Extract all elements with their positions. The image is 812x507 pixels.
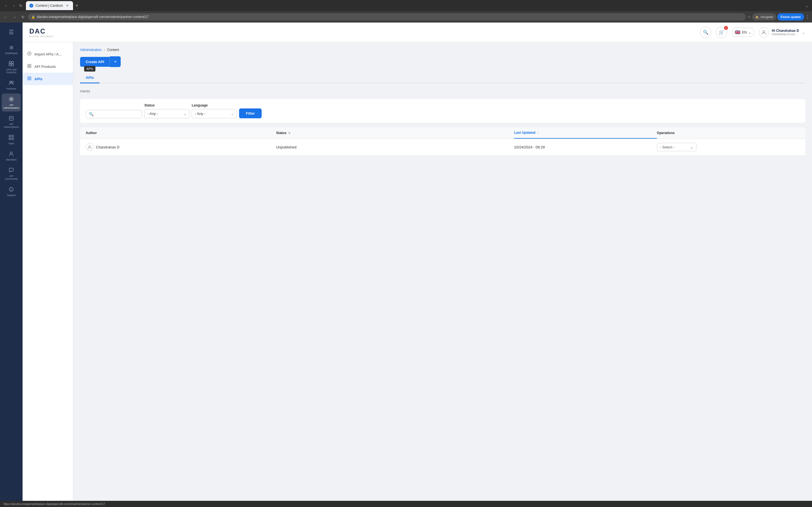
- secondary-nav-item-apis[interactable]: APIs: [22, 73, 73, 85]
- user-name: Hi Chandrahas D: [772, 29, 799, 33]
- svg-rect-7: [9, 116, 13, 120]
- status-select-text: - Any -: [147, 112, 181, 116]
- search-box-icon: 🔍: [89, 112, 94, 116]
- status-select[interactable]: - Any - ⌄: [144, 109, 190, 118]
- svg-point-6: [10, 98, 12, 100]
- language-chevron-icon: ⌄: [231, 112, 234, 116]
- svg-point-14: [763, 31, 765, 33]
- tab-bar: C Content | Cardium ✕ + ⌄: [26, 1, 809, 10]
- sidebar-item-members[interactable]: Members: [2, 148, 21, 163]
- status-filter-label: Status: [144, 103, 190, 107]
- sidebar-label-api-community: API Community: [3, 175, 20, 180]
- api-subscriptions-icon: [8, 115, 15, 122]
- browser-tab[interactable]: C Content | Cardium ✕: [26, 1, 73, 10]
- tab-apis[interactable]: APIs: [80, 73, 100, 83]
- main-panel: Administration › Content Create API + AP: [73, 42, 812, 507]
- addr-refresh-button[interactable]: ↻: [20, 14, 26, 20]
- addr-right-icons: ☆ 🕵 Incognito Finish update ⋮: [748, 13, 810, 20]
- sub-tabs-row: ments: [80, 89, 805, 93]
- create-api-row: Create API +: [80, 56, 805, 67]
- back-button[interactable]: ←: [3, 3, 9, 8]
- sidebar-item-apis-products[interactable]: APIs and Products: [2, 58, 21, 76]
- more-options-button[interactable]: ⋮: [805, 14, 810, 20]
- address-bar-row: ← → ↻ 🔒 dacdev.oneapimarketplace.digital…: [0, 11, 812, 22]
- incognito-button[interactable]: 🕵 Incognito: [752, 13, 776, 20]
- user-info[interactable]: Hi Chandrahas D chandrahas.d+con... ⌄: [759, 27, 805, 38]
- filter-group-status: Status - Any - ⌄: [144, 103, 190, 118]
- addr-back-button[interactable]: ←: [2, 14, 9, 20]
- sidebar-label-apis-products: APIs and Products: [3, 68, 20, 74]
- search-box[interactable]: 🔍: [86, 110, 142, 118]
- sidebar-item-api-community[interactable]: API Community: [2, 165, 21, 182]
- filter-section: 🔍 Status - Any - ⌄: [80, 99, 805, 123]
- sidebar-label-support: Support: [7, 194, 16, 196]
- sidebar-item-dashboard[interactable]: ⊞ Dashboard: [2, 42, 21, 57]
- new-tab-button[interactable]: +: [73, 3, 81, 9]
- logo: DAC DIGITAL APICRAFT: [29, 27, 54, 38]
- language-select[interactable]: - Any - ⌄: [192, 109, 237, 118]
- create-api-plus-button[interactable]: +: [110, 56, 120, 67]
- browser-nav-controls: ← → ↻: [3, 3, 24, 8]
- secondary-nav-item-import[interactable]: Import APIs / A...: [22, 48, 73, 60]
- incognito-label: Incognito: [761, 15, 773, 18]
- th-operations: Operations: [657, 131, 800, 135]
- header-cart-button[interactable]: 🛒 0: [716, 27, 727, 38]
- apis-tab-wrapper: APIs APIs: [80, 73, 100, 83]
- import-icon: [27, 51, 32, 57]
- svg-point-12: [10, 152, 12, 154]
- members-icon: [8, 151, 15, 157]
- finish-update-button[interactable]: Finish update: [777, 13, 804, 20]
- left-sidebar: ☰ ⊞ Dashboard APIs and Products Partners…: [0, 22, 22, 507]
- app-layout: ☰ ⊞ Dashboard APIs and Products Partners…: [0, 22, 812, 507]
- address-input[interactable]: 🔒 dacdev.oneapimarketplace.digitalapicra…: [28, 13, 746, 20]
- td-author: Chandrahas D: [86, 143, 276, 151]
- th-last-updated[interactable]: Last Updated ↑: [514, 131, 657, 138]
- refresh-button[interactable]: ↻: [18, 3, 24, 8]
- svg-rect-11: [12, 138, 13, 140]
- search-and-status: 🔍 Status - Any - ⌄: [86, 103, 262, 118]
- sidebar-label-api-subscriptions: API Subscriptions: [3, 123, 20, 128]
- sidebar-item-apps[interactable]: Apps: [2, 132, 21, 147]
- page-content: Import APIs / A... API Products APIs: [22, 42, 812, 507]
- status-sort-icon: ⇅: [288, 131, 290, 135]
- svg-point-24: [89, 146, 91, 147]
- apis-nav-icon: [27, 76, 32, 82]
- sub-tab-ments: ments: [80, 89, 90, 93]
- user-text: Hi Chandrahas D chandrahas.d+con...: [772, 29, 799, 36]
- breadcrumb-administration[interactable]: Administration: [80, 48, 101, 52]
- sidebar-label-partners: Partners: [6, 87, 16, 90]
- language-selector[interactable]: 🇬🇧 EN ⌄: [732, 27, 755, 37]
- content-wrapper: Import APIs / A... API Products APIs: [22, 42, 812, 507]
- sidebar-item-partners[interactable]: Partners: [2, 77, 21, 93]
- menu-toggle-button[interactable]: ☰: [5, 26, 17, 38]
- addr-forward-button[interactable]: →: [11, 14, 18, 20]
- sidebar-item-api-administration[interactable]: API Administration: [2, 94, 21, 112]
- th-status[interactable]: Status ⇅: [276, 131, 419, 135]
- search-icon: 🔍: [703, 30, 709, 35]
- sidebar-label-apps: Apps: [8, 142, 14, 145]
- hamburger-icon: ☰: [9, 29, 14, 36]
- apis-tab-tooltip: APIs: [84, 66, 95, 71]
- th-status-label: Status: [276, 131, 287, 135]
- secondary-nav: Import APIs / A... API Products APIs: [22, 42, 73, 507]
- svg-rect-22: [28, 78, 29, 80]
- table-header: Author Status ⇅ Last Updated ↑: [80, 127, 805, 139]
- filter-group-language: Language - Any - ⌄: [192, 103, 237, 118]
- sidebar-item-support[interactable]: Support: [2, 184, 21, 199]
- language-filter-label: Language: [192, 103, 237, 107]
- tab-close-button[interactable]: ✕: [65, 3, 70, 8]
- logo-text: DAC: [29, 27, 54, 35]
- apis-products-icon: [8, 60, 15, 67]
- forward-button[interactable]: →: [11, 3, 16, 8]
- logo-subtitle: DIGITAL APICRAFT: [29, 36, 54, 38]
- create-api-button[interactable]: Create API: [80, 57, 110, 67]
- tab-overflow-button[interactable]: ⌄: [805, 3, 809, 8]
- sidebar-item-api-subscriptions[interactable]: API Subscriptions: [2, 113, 21, 131]
- bookmark-button[interactable]: ☆: [748, 15, 751, 19]
- filter-button[interactable]: Filter: [239, 108, 262, 118]
- secondary-nav-item-api-products[interactable]: API Products: [22, 60, 73, 73]
- apps-icon: [8, 134, 15, 141]
- header-search-button[interactable]: 🔍: [700, 27, 711, 38]
- operations-select[interactable]: - Select - ⌄: [657, 143, 696, 151]
- th-author-label: Author: [86, 131, 97, 135]
